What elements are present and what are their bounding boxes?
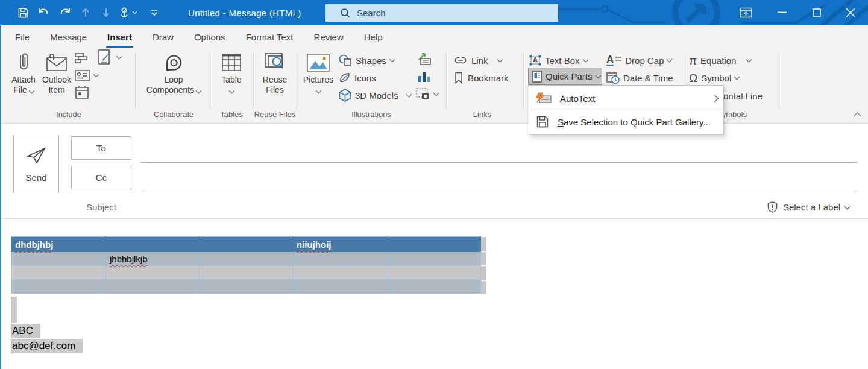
menu-item-autotext[interactable]: AutoText bbox=[529, 87, 723, 109]
quick-parts-button[interactable]: Quick Parts bbox=[528, 68, 602, 85]
table-cell[interactable] bbox=[386, 252, 481, 266]
to-button[interactable]: To bbox=[71, 136, 131, 160]
ribbon-tab-bar: File Message Insert Draw Options Format … bbox=[0, 25, 868, 48]
send-button[interactable]: Send bbox=[13, 136, 59, 192]
body-text-line[interactable]: ABC bbox=[11, 324, 40, 338]
tab-review[interactable]: Review bbox=[304, 25, 354, 48]
table-cell[interactable] bbox=[11, 252, 106, 266]
screenshot-button[interactable] bbox=[416, 87, 438, 101]
equation-button[interactable]: π Equation bbox=[689, 54, 751, 67]
business-card-icon bbox=[75, 70, 90, 81]
save-icon bbox=[535, 115, 550, 128]
customize-toolbar-icon bbox=[151, 9, 158, 16]
customize-quick-access-button[interactable] bbox=[145, 0, 164, 25]
table-cell[interactable]: dhdbjhbj bbox=[11, 237, 106, 252]
drop-cap-button[interactable]: A Drop Cap bbox=[606, 54, 671, 67]
collapse-ribbon-icon[interactable] bbox=[854, 112, 861, 120]
reuse-files-icon bbox=[263, 51, 286, 75]
table-cell[interactable] bbox=[106, 280, 200, 294]
chart-button[interactable] bbox=[417, 70, 430, 83]
tab-options[interactable]: Options bbox=[184, 25, 236, 48]
move-up-button-disabled bbox=[76, 0, 95, 25]
table-cell[interactable] bbox=[293, 252, 386, 266]
table-cell[interactable] bbox=[200, 266, 293, 280]
link-button[interactable]: Link bbox=[453, 54, 502, 67]
tab-message[interactable]: Message bbox=[40, 25, 97, 48]
tab-format-text[interactable]: Format Text bbox=[236, 25, 304, 48]
table-cell[interactable] bbox=[200, 280, 293, 294]
body-text-line[interactable]: abc@def.com bbox=[11, 339, 83, 353]
bookmark-button[interactable]: Bookmark bbox=[453, 71, 509, 84]
date-time-button[interactable]: Date & Time bbox=[606, 71, 673, 84]
cc-button[interactable]: Cc bbox=[71, 166, 131, 189]
minimize-button[interactable] bbox=[770, 0, 793, 25]
calendar-button[interactable] bbox=[75, 86, 89, 99]
titlebar: Untitled - Message (HTML) bbox=[0, 0, 868, 25]
table-row-end-marker bbox=[481, 252, 486, 265]
table-cell[interactable]: niiujhoij bbox=[293, 237, 386, 252]
arrow-up-icon bbox=[81, 7, 90, 18]
icons-button[interactable]: Icons bbox=[339, 71, 376, 84]
reuse-files-button[interactable]: Reuse Files bbox=[256, 51, 294, 95]
touch-mouse-mode-button[interactable] bbox=[116, 0, 140, 25]
table-cell[interactable] bbox=[106, 266, 200, 280]
tab-help[interactable]: Help bbox=[354, 25, 393, 48]
table-cell[interactable]: jhbhbjlkjb bbox=[106, 252, 200, 266]
maximize-button[interactable] bbox=[805, 0, 828, 25]
undo-button[interactable] bbox=[34, 0, 53, 25]
table-cell[interactable] bbox=[386, 266, 481, 280]
attach-file-button[interactable]: Attach File bbox=[6, 51, 41, 95]
chevron-down-icon bbox=[93, 72, 99, 78]
table-cell[interactable] bbox=[200, 252, 293, 266]
redo-button[interactable] bbox=[55, 0, 75, 25]
table-cell[interactable] bbox=[386, 237, 481, 252]
smartart-button[interactable] bbox=[417, 52, 432, 66]
3d-models-button[interactable]: 3D Models bbox=[339, 89, 411, 102]
business-card-button[interactable] bbox=[75, 69, 98, 82]
search-input[interactable] bbox=[356, 7, 539, 19]
loop-components-button[interactable]: Loop Components bbox=[145, 51, 203, 95]
close-button[interactable] bbox=[839, 0, 862, 25]
menu-separator bbox=[531, 110, 722, 110]
quick-parts-menu: AutoText Save Selection to Quick Part Ga… bbox=[529, 85, 724, 135]
chevron-down-icon bbox=[746, 57, 752, 63]
send-icon bbox=[25, 146, 48, 165]
tab-draw[interactable]: Draw bbox=[142, 25, 184, 48]
group-divider bbox=[210, 53, 210, 109]
group-label-links: Links bbox=[463, 110, 502, 119]
chevron-down-icon bbox=[433, 90, 439, 96]
cc-input[interactable] bbox=[140, 192, 857, 192]
table-cell[interactable] bbox=[11, 280, 106, 294]
table-cell[interactable] bbox=[293, 266, 386, 280]
text-box-button[interactable]: A Text Box bbox=[529, 54, 588, 67]
signature-button[interactable] bbox=[98, 51, 121, 64]
table-cell[interactable] bbox=[200, 237, 293, 252]
menu-item-save-selection-to-quick-part-gallery[interactable]: Save Selection to Quick Part Gallery... bbox=[529, 111, 723, 133]
pictures-button[interactable]: Pictures bbox=[300, 51, 336, 93]
save-button[interactable] bbox=[13, 0, 33, 25]
group-divider bbox=[135, 53, 136, 109]
selected-empty-lines-marker bbox=[11, 297, 17, 323]
autotext-icon bbox=[535, 92, 552, 104]
poll-button[interactable] bbox=[75, 52, 88, 65]
to-input[interactable] bbox=[140, 162, 857, 163]
table-cell[interactable] bbox=[11, 266, 106, 280]
table-button[interactable]: Table bbox=[213, 51, 250, 93]
table-cell[interactable] bbox=[293, 280, 386, 294]
chevron-down-icon bbox=[497, 57, 503, 63]
table-row bbox=[11, 280, 481, 294]
symbol-button[interactable]: Ω Symbol bbox=[689, 71, 739, 84]
tab-file[interactable]: File bbox=[5, 25, 40, 48]
subject-label[interactable]: Subject bbox=[86, 202, 116, 212]
search-box[interactable] bbox=[326, 4, 558, 22]
shapes-button[interactable]: Shapes bbox=[339, 54, 394, 67]
search-icon bbox=[340, 8, 351, 19]
ribbon-display-options-button[interactable] bbox=[734, 0, 757, 25]
table-cell[interactable] bbox=[106, 237, 200, 252]
chevron-down-icon bbox=[667, 57, 673, 63]
table-cell[interactable] bbox=[386, 280, 481, 294]
paperclip-icon bbox=[16, 51, 31, 75]
outlook-item-button[interactable]: Outlook Item bbox=[39, 51, 75, 95]
sensitivity-label-picker[interactable]: Select a Label bbox=[767, 201, 849, 213]
tab-insert[interactable]: Insert bbox=[97, 25, 142, 48]
